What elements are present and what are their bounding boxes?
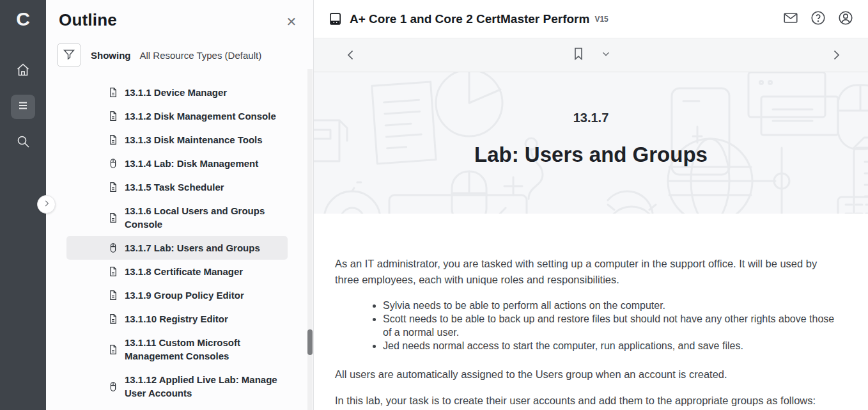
course-title: A+ Core 1 and Core 2 CertMaster Perform bbox=[350, 12, 589, 26]
lesson-title: Lab: Users and Groups bbox=[474, 143, 708, 167]
lesson-body: As an IT administrator, you are tasked w… bbox=[314, 214, 868, 410]
outline-item[interactable]: 13.1.4 Lab: Disk Management bbox=[66, 152, 288, 175]
course-version-badge: V15 bbox=[594, 15, 608, 24]
messages-button[interactable] bbox=[782, 11, 799, 28]
collapse-panel-button[interactable] bbox=[37, 195, 56, 214]
course-reader-icon bbox=[328, 12, 343, 26]
outline-item-label: 13.1.2 Disk Management Console bbox=[125, 109, 276, 123]
outline-panel-title: Outline bbox=[59, 10, 117, 30]
outline-item-label: 13.1.8 Certificate Manager bbox=[125, 265, 243, 278]
outline-item-label: 13.1.1 Device Manager bbox=[125, 86, 227, 99]
lesson-hero: 13.1.7 Lab: Users and Groups bbox=[314, 72, 868, 214]
document-icon bbox=[107, 265, 119, 278]
lesson-toolbar bbox=[314, 38, 868, 72]
help-button[interactable] bbox=[810, 11, 826, 28]
outline-item-label: 13.1.6 Local Users and Groups Console bbox=[125, 204, 283, 231]
lesson-number: 13.1.7 bbox=[573, 111, 609, 125]
document-icon bbox=[107, 181, 119, 193]
app-window: C Outline ✕ bbox=[0, 0, 868, 410]
outline-scrollbar[interactable] bbox=[307, 69, 313, 410]
outline-item[interactable]: 13.1.6 Local Users and Groups Console bbox=[66, 199, 288, 236]
outline-item[interactable]: 13.1.12 Applied Live Lab: Manage User Ac… bbox=[66, 368, 288, 405]
bookmark-button[interactable] bbox=[571, 46, 586, 63]
chevron-right-icon bbox=[42, 199, 51, 210]
outline-item[interactable]: 13.1.10 Registry Editor bbox=[66, 307, 288, 331]
users-group-paragraph: All users are automatically assigned to … bbox=[335, 367, 835, 382]
mail-icon bbox=[782, 10, 799, 28]
home-icon bbox=[15, 62, 31, 80]
outline-item[interactable]: 13.1.5 Task Scheduler bbox=[66, 175, 288, 199]
mouse-icon bbox=[107, 242, 119, 254]
requirement-item: Scott needs to be able to back up and re… bbox=[383, 312, 835, 339]
account-button[interactable] bbox=[837, 11, 854, 28]
outline-icon bbox=[15, 98, 31, 116]
search-icon bbox=[15, 134, 31, 152]
intro-paragraph: As an IT administrator, you are tasked w… bbox=[335, 256, 835, 288]
document-icon bbox=[107, 134, 119, 146]
document-icon bbox=[107, 343, 119, 356]
close-icon: ✕ bbox=[286, 15, 297, 29]
document-icon bbox=[107, 313, 119, 325]
mouse-icon bbox=[107, 381, 119, 393]
outline-scrollbar-thumb[interactable] bbox=[307, 329, 313, 355]
document-icon bbox=[107, 289, 119, 301]
filter-funnel-icon bbox=[62, 47, 76, 63]
document-icon bbox=[107, 110, 119, 122]
account-icon bbox=[837, 10, 854, 28]
document-icon bbox=[107, 212, 119, 224]
outline-item-label: 13.1.12 Applied Live Lab: Manage User Ac… bbox=[125, 373, 283, 400]
chevron-left-icon bbox=[343, 47, 359, 65]
bookmark-icon bbox=[571, 46, 586, 63]
outline-item[interactable]: 13.1.3 Disk Maintenance Tools bbox=[66, 128, 288, 152]
requirement-item: Sylvia needs to be able to perform all a… bbox=[383, 299, 835, 312]
outline-item[interactable]: 13.1.2 Disk Management Console bbox=[66, 104, 288, 128]
bookmark-menu-button[interactable] bbox=[600, 48, 612, 61]
outline-item[interactable]: 13.1.1 Device Manager bbox=[66, 81, 288, 104]
outline-item-label: 13.1.10 Registry Editor bbox=[125, 312, 228, 326]
filter-button[interactable] bbox=[57, 43, 81, 67]
outline-item[interactable]: 13.1.9 Group Policy Editor bbox=[66, 283, 288, 307]
outline-item[interactable]: 13.1.8 Certificate Manager bbox=[66, 260, 288, 283]
next-page-button[interactable] bbox=[828, 47, 844, 65]
outline-toggle-button[interactable] bbox=[11, 95, 35, 119]
outline-item[interactable]: 13.1.11 Custom Microsoft Management Cons… bbox=[66, 331, 288, 368]
outline-list: 13.1.1 Device Manager 13.1.2 Disk Manage… bbox=[46, 81, 313, 405]
mouse-icon bbox=[107, 157, 119, 170]
task-paragraph: In this lab, your task is to create thei… bbox=[335, 393, 835, 409]
outline-item-label: 13.1.7 Lab: Users and Groups bbox=[125, 241, 260, 255]
brand-logo: C bbox=[9, 6, 37, 32]
previous-page-button[interactable] bbox=[343, 47, 359, 65]
outline-panel: Outline ✕ Showing All Resource Types (De… bbox=[46, 0, 314, 410]
outline-item-label: 13.1.11 Custom Microsoft Management Cons… bbox=[125, 336, 283, 363]
course-header: A+ Core 1 and Core 2 CertMaster Perform … bbox=[314, 0, 868, 38]
showing-label: Showing bbox=[91, 50, 131, 61]
outline-item-label: 13.1.5 Task Scheduler bbox=[125, 180, 224, 194]
home-button[interactable] bbox=[11, 59, 35, 83]
outline-item-label: 13.1.3 Disk Maintenance Tools bbox=[125, 133, 263, 146]
help-icon bbox=[810, 10, 826, 28]
requirements-list: Sylvia needs to be able to perform all a… bbox=[383, 299, 835, 352]
close-outline-button[interactable]: ✕ bbox=[284, 14, 299, 29]
search-button[interactable] bbox=[11, 130, 35, 155]
resource-type-filter-value[interactable]: All Resource Types (Default) bbox=[140, 50, 262, 61]
main-area: A+ Core 1 and Core 2 CertMaster Perform … bbox=[314, 0, 868, 410]
requirement-item: Jed needs normal access to start the com… bbox=[383, 339, 835, 352]
outline-item-label: 13.1.4 Lab: Disk Management bbox=[125, 157, 258, 170]
outline-item[interactable]: 13.1.7 Lab: Users and Groups bbox=[66, 236, 288, 260]
chevron-right-icon bbox=[828, 47, 844, 65]
document-icon bbox=[107, 86, 119, 99]
outline-item-label: 13.1.9 Group Policy Editor bbox=[125, 288, 244, 302]
chevron-down-icon bbox=[600, 48, 612, 61]
